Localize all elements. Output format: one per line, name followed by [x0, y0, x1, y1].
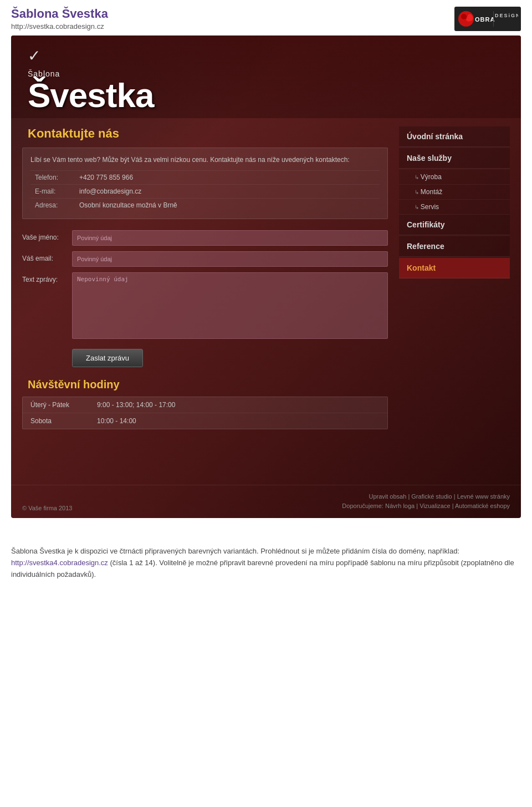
- cobra-design-logo: OBRA DESiGN: [457, 9, 518, 29]
- contact-section-title: Kontaktujte nás: [28, 126, 388, 141]
- footer-links-top: Upravit obsah | Grafické studio | Levné …: [342, 492, 510, 502]
- page-inner: ✓ Šablona Švestka Kontaktujte nás Líbí s…: [11, 35, 521, 518]
- svg-rect-3: [493, 11, 494, 27]
- day-utery: Úterý - Pátek: [23, 397, 89, 413]
- banner-svestka: Švestka: [28, 78, 154, 113]
- label-email: E-mail:: [30, 185, 75, 199]
- contact-form: Vaše jméno: Váš email: Text zprávy: Zasl…: [22, 230, 388, 367]
- svg-text:DESiGN: DESiGN: [495, 13, 518, 18]
- label-adresa: Adresa:: [30, 199, 75, 212]
- below-link[interactable]: http://svestka4.cobradesign.cz: [11, 559, 108, 567]
- svg-text:OBRA: OBRA: [475, 16, 495, 23]
- info-box: Líbí se Vám tento web? Může být Váš za v…: [22, 148, 388, 219]
- frame-footer: © Vaše firma 2013 Upravit obsah | Grafic…: [11, 485, 521, 518]
- table-row: Úterý - Pátek 9:00 - 13:00; 14:00 - 17:0…: [23, 397, 387, 413]
- footer-links-bottom: Doporučujeme: Návrh loga | Vizualizace |…: [342, 501, 510, 511]
- nav-item-kontakt[interactable]: Kontakt: [399, 258, 510, 278]
- hours-table: Úterý - Pátek 9:00 - 13:00; 14:00 - 17:0…: [23, 397, 387, 429]
- value-adresa: Osobní konzultace možná v Brně: [75, 199, 380, 212]
- form-row-message: Text zprávy:: [22, 272, 388, 339]
- form-row-email: Váš email:: [22, 251, 388, 267]
- email-input[interactable]: [72, 251, 388, 267]
- label-telefon: Telefon:: [30, 171, 75, 185]
- nav-item-uvodní-stranka[interactable]: Úvodní stránka: [399, 126, 510, 147]
- email-label: Váš email:: [22, 251, 72, 262]
- nav-item-certifikaty[interactable]: Certifikáty: [399, 215, 510, 235]
- banner-logo: ✓ Šablona Švestka: [28, 47, 154, 113]
- main-content: Kontaktujte nás Líbí se Vám tento web? M…: [22, 118, 388, 474]
- submit-button[interactable]: Zaslat zprávu: [72, 349, 143, 367]
- contact-info-table: Telefon: +420 775 855 966 E-mail: info@c…: [30, 170, 380, 212]
- table-row: Sobota 10:00 - 14:00: [23, 413, 387, 429]
- table-row: Adresa: Osobní konzultace možná v Brně: [30, 199, 380, 212]
- message-textarea[interactable]: [72, 272, 388, 339]
- site-url: http://svestka.cobradesign.cz: [11, 22, 108, 31]
- nav-sub-montaz[interactable]: Montáž: [399, 185, 510, 200]
- nav-item-reference[interactable]: Reference: [399, 236, 510, 257]
- info-text: Líbí se Vám tento web? Může být Váš za v…: [30, 155, 380, 165]
- brand-logo: OBRA DESiGN: [454, 7, 521, 31]
- content-area: Kontaktujte nás Líbí se Vám tento web? M…: [11, 118, 521, 485]
- below-paragraph: Šablona Švestka je k dispozici ve čtrnác…: [11, 546, 521, 580]
- table-row: Telefon: +420 775 855 966: [30, 171, 380, 185]
- day-sobota: Sobota: [23, 413, 89, 429]
- time-utery: 9:00 - 13:00; 14:00 - 17:00: [89, 397, 387, 413]
- top-header: Šablona Švestka http://svestka.cobradesi…: [0, 0, 532, 35]
- value-telefon: +420 775 855 966: [75, 171, 380, 185]
- site-title: Šablona Švestka: [11, 7, 108, 21]
- footer-copyright: © Vaše firma 2013: [22, 505, 72, 511]
- banner-area: ✓ Šablona Švestka: [11, 35, 521, 118]
- hours-table-wrap: Úterý - Pátek 9:00 - 13:00; 14:00 - 17:0…: [22, 397, 388, 429]
- nav-item-nase-sluzby[interactable]: Naše služby: [399, 148, 510, 169]
- time-sobota: 10:00 - 14:00: [89, 413, 387, 429]
- below-text: Šablona Švestka je k dispozici ve čtrnác…: [11, 546, 521, 580]
- header-left: Šablona Švestka http://svestka.cobradesi…: [11, 7, 108, 31]
- below-frame: Šablona Švestka je k dispozici ve čtrnác…: [0, 529, 532, 596]
- table-row: E-mail: info@cobradesign.cz: [30, 185, 380, 199]
- below-text-1: Šablona Švestka je k dispozici ve čtrnác…: [11, 547, 459, 555]
- value-email: info@cobradesign.cz: [75, 185, 380, 199]
- logo-area: OBRA DESiGN: [454, 7, 521, 31]
- main-frame: ✓ Šablona Švestka Kontaktujte nás Líbí s…: [11, 35, 521, 518]
- nav-sub-vyroba[interactable]: Výroba: [399, 170, 510, 185]
- hours-title: Návštěvní hodiny: [28, 378, 388, 391]
- nav-sub-servis[interactable]: Servis: [399, 200, 510, 215]
- footer-links: Upravit obsah | Grafické studio | Levné …: [342, 492, 510, 511]
- sidebar: Úvodní stránka Naše služby Výroba Montáž…: [399, 126, 510, 474]
- name-input[interactable]: [72, 230, 388, 246]
- banner-icon: ✓: [28, 47, 154, 65]
- svg-point-1: [461, 14, 467, 19]
- message-label: Text zprávy:: [22, 272, 72, 283]
- name-label: Vaše jméno:: [22, 230, 72, 241]
- form-row-name: Vaše jméno:: [22, 230, 388, 246]
